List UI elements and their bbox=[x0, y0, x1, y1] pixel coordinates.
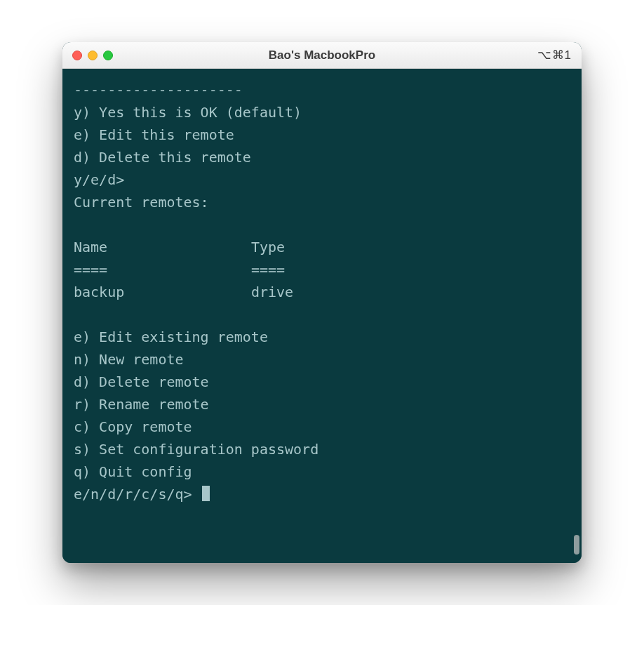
menu-option: d) Delete remote bbox=[74, 373, 209, 390]
window-title: Bao's MacbookPro bbox=[62, 48, 582, 62]
scrollbar-thumb[interactable] bbox=[574, 535, 579, 555]
table-col-type: Type bbox=[251, 239, 285, 255]
confirm-option: e) Edit this remote bbox=[74, 126, 234, 143]
traffic-lights bbox=[72, 51, 113, 60]
confirm-option: y) Yes this is OK (default) bbox=[74, 104, 302, 121]
divider-line: -------------------- bbox=[74, 81, 243, 98]
table-row-name: backup bbox=[74, 284, 124, 300]
terminal-body[interactable]: -------------------- y) Yes this is OK (… bbox=[62, 69, 582, 563]
menu-prompt: e/n/d/r/c/s/q> bbox=[74, 486, 192, 503]
table-underline: ==== bbox=[251, 261, 285, 278]
maximize-icon[interactable] bbox=[103, 51, 113, 60]
confirm-option: d) Delete this remote bbox=[74, 149, 251, 166]
terminal-window: Bao's MacbookPro ⌥⌘1 -------------------… bbox=[62, 42, 582, 563]
table-col-name: Name bbox=[74, 239, 107, 255]
remotes-header: Current remotes: bbox=[74, 194, 209, 211]
table-row-type: drive bbox=[251, 284, 293, 300]
cursor-icon bbox=[202, 486, 210, 501]
menu-option: e) Edit existing remote bbox=[74, 328, 268, 345]
confirm-prompt: y/e/d> bbox=[74, 171, 124, 188]
window-shortcut: ⌥⌘1 bbox=[537, 48, 572, 62]
menu-option: s) Set configuration password bbox=[74, 441, 318, 458]
menu-option: n) New remote bbox=[74, 351, 184, 368]
menu-option: q) Quit config bbox=[74, 463, 192, 480]
close-icon[interactable] bbox=[72, 51, 82, 60]
titlebar: Bao's MacbookPro ⌥⌘1 bbox=[62, 42, 582, 69]
minimize-icon[interactable] bbox=[88, 51, 98, 60]
table-underline: ==== bbox=[74, 261, 107, 278]
menu-option: c) Copy remote bbox=[74, 418, 192, 435]
menu-option: r) Rename remote bbox=[74, 396, 209, 413]
